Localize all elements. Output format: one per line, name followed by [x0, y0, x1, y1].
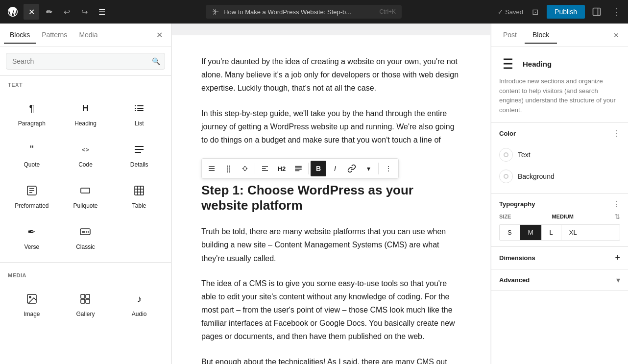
block-type-title: Heading	[523, 60, 552, 68]
size-buttons: S M L XL	[499, 224, 620, 241]
block-toolbar: ⣿ H2 B I	[201, 158, 399, 179]
color-more-button[interactable]: ⋮	[612, 129, 620, 138]
editor-paragraph-1[interactable]: If you're daunted by the idea of creatin…	[201, 55, 461, 95]
color-option-text[interactable]: Text	[499, 144, 620, 166]
svg-rect-2	[137, 105, 144, 106]
verse-icon: ✒	[23, 223, 41, 241]
view-button[interactable]: ⊡	[527, 4, 543, 20]
toolbar-h2-button[interactable]: H2	[274, 161, 290, 176]
size-adjust-icon[interactable]: ⇅	[614, 213, 620, 220]
wp-logo[interactable]	[4, 3, 22, 21]
document-title-bar[interactable]: How to Make a WordPress Website: Step-b.…	[206, 5, 402, 19]
toolbar-more-rich-button[interactable]: ▾	[361, 161, 376, 176]
block-item-quote[interactable]: " Quote	[6, 135, 58, 174]
block-item-heading[interactable]: H Heading	[60, 94, 112, 133]
svg-rect-8	[135, 146, 144, 147]
code-label: Code	[78, 161, 93, 168]
tab-block[interactable]: Block	[525, 27, 557, 44]
text-color-swatch[interactable]	[499, 148, 513, 162]
svg-rect-7	[135, 110, 136, 111]
heading-label: Heading	[74, 120, 97, 127]
editor-content[interactable]: If you're daunted by the idea of creatin…	[172, 35, 490, 364]
left-sidebar: Blocks Patterns Media ✕ 🔍 TEXT ¶ Paragra…	[0, 24, 171, 364]
svg-rect-6	[135, 108, 136, 109]
editor-paragraph-5[interactable]: But enough about the technicalities! As …	[201, 355, 461, 364]
preformatted-icon	[23, 182, 41, 199]
toolbar-link-button[interactable]	[344, 161, 360, 176]
table-label: Table	[132, 202, 146, 209]
code-icon: <>	[76, 141, 94, 158]
background-color-swatch[interactable]	[499, 170, 513, 183]
undo-button[interactable]: ↩	[59, 4, 74, 20]
toolbar-align-button[interactable]	[257, 161, 273, 176]
typography-more-button[interactable]: ⋮	[612, 199, 620, 209]
publish-button[interactable]: Publish	[547, 5, 585, 19]
block-item-verse[interactable]: ✒ Verse	[6, 217, 58, 256]
quote-icon: "	[23, 141, 41, 158]
text-color-label: Text	[518, 151, 531, 159]
toolbar-italic-button[interactable]: I	[327, 161, 343, 176]
redo-button[interactable]: ↪	[76, 4, 92, 20]
list-icon	[130, 99, 148, 117]
editor-main: If you're daunted by the idea of creatin…	[171, 24, 491, 364]
right-sidebar: Post Block ✕ Heading Introduce new secti…	[491, 24, 628, 364]
svg-rect-15	[81, 188, 90, 193]
toolbar-divider-3	[378, 163, 379, 174]
advanced-header[interactable]: Advanced ▾	[499, 275, 620, 285]
tab-media[interactable]: Media	[73, 27, 103, 44]
block-item-image[interactable]: Image	[6, 284, 58, 323]
close-editor-button[interactable]: ✕	[24, 4, 39, 20]
size-s-button[interactable]: S	[500, 225, 520, 240]
toolbar-bold-button[interactable]: B	[311, 161, 326, 176]
editor-heading[interactable]: Step 1: Choose WordPress as your website…	[201, 183, 461, 213]
sidebar-toggle-button[interactable]	[589, 4, 604, 20]
toolbar-justify-button[interactable]	[290, 161, 306, 176]
block-item-gallery[interactable]: Gallery	[60, 284, 112, 323]
search-input[interactable]	[6, 53, 165, 70]
image-label: Image	[24, 311, 40, 317]
toolbar-options-button[interactable]: ⋮	[381, 161, 396, 176]
block-item-paragraph[interactable]: ¶ Paragraph	[6, 94, 58, 133]
block-item-classic[interactable]: Classic	[60, 217, 112, 256]
editor-paragraph-3[interactable]: Truth be told, there are many website pl…	[201, 225, 461, 265]
dimensions-title: Dimensions	[499, 254, 535, 262]
block-item-code[interactable]: <> Code	[60, 135, 112, 174]
tab-post[interactable]: Post	[495, 27, 525, 44]
main-layout: Blocks Patterns Media ✕ 🔍 TEXT ¶ Paragra…	[0, 24, 628, 364]
editor-paragraph-2[interactable]: In this step-by-step guide, we'll take y…	[201, 107, 461, 147]
color-section: Color ⋮ Text Background	[491, 123, 628, 194]
block-item-pullquote[interactable]: Pullquote	[60, 176, 112, 215]
editor-body: If you're daunted by the idea of creatin…	[201, 55, 461, 364]
edit-mode-button[interactable]: ✏	[41, 4, 57, 20]
toolbar-drag-button[interactable]: ⣿	[220, 161, 236, 176]
search-container: 🔍	[0, 47, 171, 76]
background-color-label: Background	[518, 172, 555, 180]
classic-icon	[76, 223, 94, 241]
toolbar-move-button[interactable]	[237, 161, 253, 176]
sidebar-close-button[interactable]: ✕	[151, 27, 167, 43]
block-item-preformatted[interactable]: Preformatted	[6, 176, 58, 215]
size-xl-button[interactable]: XL	[561, 225, 585, 240]
block-item-details[interactable]: Details	[113, 135, 165, 174]
media-section-label: MEDIA	[0, 267, 171, 282]
pullquote-label: Pullquote	[73, 202, 97, 209]
block-item-list[interactable]: List	[113, 94, 165, 133]
editor-paragraph-4[interactable]: The idea of a CMS is to give you some ea…	[201, 277, 461, 343]
more-options-button[interactable]: ⋮	[608, 4, 624, 20]
block-item-table[interactable]: Table	[113, 176, 165, 215]
svg-rect-9	[135, 149, 144, 150]
size-l-button[interactable]: L	[542, 225, 561, 240]
document-overview-button[interactable]: ☰	[94, 4, 110, 20]
toolbar-transform-button[interactable]	[204, 161, 219, 176]
tab-patterns[interactable]: Patterns	[36, 27, 73, 44]
block-item-audio[interactable]: ♪ Audio	[113, 284, 165, 323]
svg-rect-32	[86, 299, 90, 303]
tab-blocks[interactable]: Blocks	[4, 27, 36, 44]
color-option-background[interactable]: Background	[499, 166, 620, 187]
typography-section: Typography ⋮ SIZE MEDIUM ⇅ S M L XL	[491, 194, 628, 247]
dimensions-add-button[interactable]: +	[615, 253, 620, 263]
right-sidebar-close[interactable]: ✕	[608, 27, 624, 43]
preformatted-label: Preformatted	[15, 202, 48, 209]
details-label: Details	[130, 161, 148, 168]
size-m-button[interactable]: M	[520, 225, 542, 240]
